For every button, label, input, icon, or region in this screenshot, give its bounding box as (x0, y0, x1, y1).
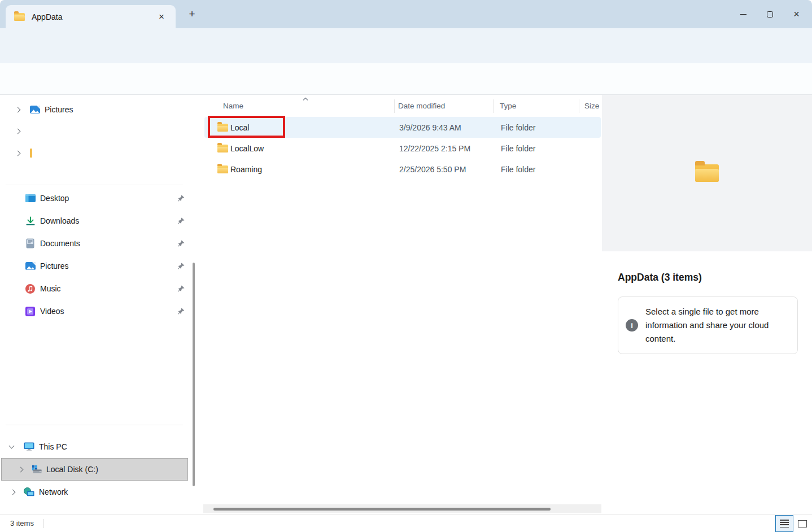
column-header-date-modified[interactable]: Date modified (398, 102, 445, 110)
sidebar-item-music[interactable]: Music (0, 277, 189, 300)
file-row-locallow[interactable]: LocalLow 12/22/2025 2:15 PM File folder (204, 138, 601, 159)
folder-icon (217, 145, 228, 152)
pictures-icon (25, 262, 36, 270)
sidebar-item-label: Documents (40, 239, 80, 248)
horizontal-scrollbar[interactable] (203, 504, 601, 513)
tab-close-icon[interactable]: × (154, 10, 169, 24)
column-headers: Name Date modified Type Size (203, 95, 601, 116)
expand-chevron-icon[interactable] (10, 489, 16, 495)
pictures-icon (29, 106, 40, 114)
videos-icon (25, 307, 36, 316)
info-text: Select a single file to get more informa… (645, 305, 791, 345)
folder-preview-icon (695, 164, 719, 182)
maximize-button[interactable] (757, 0, 783, 28)
music-icon (25, 284, 36, 294)
file-date-modified: 3/9/2026 9:43 AM (399, 123, 461, 132)
downloads-icon (25, 216, 36, 226)
file-date-modified: 2/25/2026 5:50 PM (399, 165, 466, 174)
sidebar-divider (6, 425, 183, 425)
details-pane-title: AppData (3 items) (618, 272, 702, 284)
file-name: Roaming (230, 165, 262, 174)
column-divider[interactable] (493, 99, 494, 113)
scrollbar-thumb[interactable] (213, 508, 551, 511)
sidebar-item-this-pc[interactable]: This PC (0, 435, 189, 458)
pin-icon (177, 307, 185, 316)
minimize-icon (740, 14, 746, 15)
this-pc-monitor-icon (24, 442, 34, 451)
tab-appdata[interactable]: AppData × (6, 5, 176, 28)
sidebar-item-label: Pictures (45, 105, 73, 114)
expand-chevron-icon[interactable] (15, 107, 21, 112)
sidebar-item-label: Downloads (40, 216, 79, 225)
command-toolbar: New Sort View Details (0, 63, 812, 95)
expand-chevron-icon[interactable] (18, 466, 24, 472)
pin-icon (177, 239, 185, 248)
status-bar: 3 items (0, 514, 812, 532)
documents-icon (25, 238, 36, 248)
pin-icon (177, 194, 185, 203)
folder-icon (217, 165, 228, 173)
folder-icon (14, 13, 25, 21)
close-icon: × (793, 9, 800, 19)
expand-chevron-icon[interactable] (15, 128, 21, 134)
minimize-button[interactable] (730, 0, 757, 28)
sidebar-item-redacted-1[interactable] (0, 121, 189, 141)
file-explorer-window: { "window": { "tab_title": "AppData" }, … (0, 0, 812, 532)
preview-area (602, 95, 812, 251)
details-pane: AppData (3 items) i Select a single file… (602, 95, 812, 514)
file-row-roaming[interactable]: Roaming 2/25/2026 5:50 PM File folder (204, 159, 601, 180)
sidebar-item-videos[interactable]: Videos (0, 300, 189, 322)
sidebar-item-label: Network (39, 487, 68, 496)
column-header-name[interactable]: Name (223, 102, 243, 110)
close-button[interactable]: × (783, 0, 810, 28)
pin-icon (177, 217, 185, 225)
info-icon: i (626, 319, 638, 332)
sidebar-item-label: Desktop (40, 194, 69, 203)
file-type: File folder (501, 123, 535, 132)
column-header-size[interactable]: Size (584, 102, 599, 110)
details-view-toggle-active[interactable] (775, 515, 793, 532)
sidebar-scrollbar[interactable] (193, 263, 195, 486)
file-list: Name Date modified Type Size Local 3/9/2… (203, 95, 601, 514)
sidebar-item-local-disk-selected[interactable]: Local Disk (C:) (1, 458, 188, 481)
items-count: 3 items (10, 519, 34, 527)
sidebar-item-desktop[interactable]: Desktop (0, 187, 189, 210)
tab-title: AppData (32, 12, 62, 21)
desktop-icon (25, 194, 36, 202)
thumbnail-view-toggle[interactable] (794, 515, 810, 532)
column-divider[interactable] (394, 99, 395, 113)
sidebar-item-label: Videos (40, 307, 64, 316)
navigation-bar: This PC Local Disk (C:) Users AppData (0, 28, 812, 63)
column-divider[interactable] (579, 99, 579, 113)
network-icon (24, 487, 34, 496)
sidebar-item-pictures-tree[interactable]: Pictures (0, 99, 189, 120)
file-name: LocalLow (230, 144, 264, 153)
column-header-type[interactable]: Type (500, 102, 516, 110)
list-view-icon (780, 520, 789, 527)
collapse-chevron-icon[interactable] (9, 443, 15, 449)
sidebar-item-label: This PC (39, 442, 67, 451)
file-type: File folder (501, 165, 535, 174)
status-divider (43, 519, 44, 528)
pin-icon (177, 285, 185, 293)
annotation-highlight-box (208, 116, 285, 138)
sidebar-item-documents[interactable]: Documents (0, 232, 189, 255)
thumbnail-view-icon (798, 520, 807, 527)
sidebar-item-redacted-2[interactable] (0, 143, 189, 163)
sidebar-item-label: Pictures (40, 261, 69, 271)
new-tab-button[interactable]: + (185, 7, 199, 21)
sort-ascending-icon (303, 98, 308, 102)
sidebar-item-pictures[interactable]: Pictures (0, 255, 189, 277)
sidebar-item-network[interactable]: Network (0, 481, 189, 503)
tab-bar: AppData × + × (0, 0, 812, 28)
sidebar-divider (6, 185, 183, 185)
pin-icon (177, 262, 185, 271)
info-card: i Select a single file to get more infor… (618, 296, 798, 354)
sidebar-item-downloads[interactable]: Downloads (0, 210, 189, 232)
local-disk-icon (31, 465, 42, 474)
expand-chevron-icon[interactable] (15, 150, 21, 156)
partial-folder-icon (30, 149, 32, 158)
file-type: File folder (501, 144, 535, 153)
file-date-modified: 12/22/2025 2:15 PM (399, 144, 470, 153)
navigation-sidebar: Pictures Desktop Downloads Documents (0, 95, 201, 514)
